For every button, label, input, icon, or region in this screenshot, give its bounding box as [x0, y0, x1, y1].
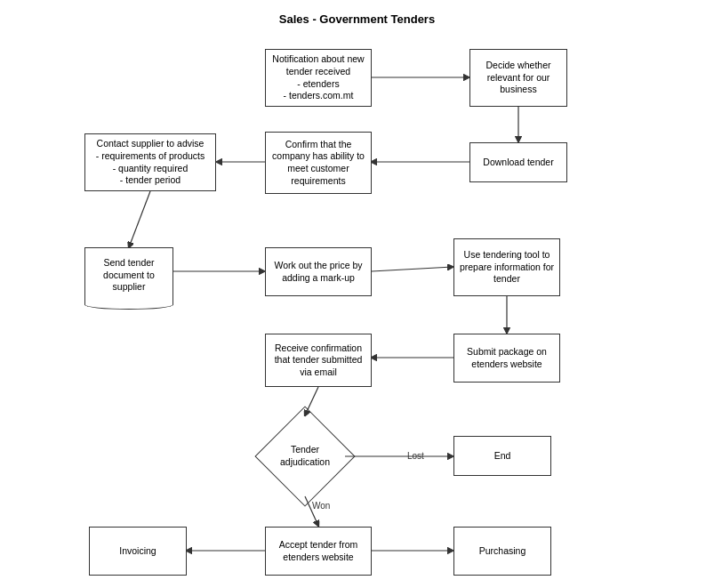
node-end: End [453, 436, 551, 476]
node-end-label: End [494, 450, 511, 463]
node-invoicing: Invoicing [89, 527, 187, 576]
node-notification: Notification about new tender received- … [265, 49, 372, 107]
node-use-tool-label: Use tendering tool to prepare informatio… [458, 249, 556, 286]
node-download-label: Download tender [483, 157, 553, 169]
node-receive: Receive confirmation that tender submitt… [265, 334, 372, 387]
node-contact-label: Contact supplier to advise- requirements… [96, 138, 205, 187]
node-download: Download tender [469, 142, 567, 182]
node-purchasing-label: Purchasing [479, 545, 526, 558]
node-invoicing-label: Invoicing [119, 545, 156, 558]
node-adjudication-label: Tenderadjudication [280, 444, 330, 468]
node-submit: Submit package on etenders website [453, 334, 560, 383]
node-confirm-label: Confirm that the company has ability to … [269, 139, 367, 188]
diagram: Sales - Government Tenders Notification … [0, 0, 714, 588]
node-confirm: Confirm that the company has ability to … [265, 132, 372, 194]
page-title: Sales - Government Tenders [0, 12, 714, 26]
svg-line-5 [129, 191, 150, 247]
node-receive-label: Receive confirmation that tender submitt… [269, 342, 367, 379]
node-work-out: Work out the price by adding a mark-up [265, 247, 372, 296]
label-lost: Lost [407, 451, 424, 461]
node-submit-label: Submit package on etenders website [458, 346, 556, 370]
svg-line-7 [372, 267, 453, 271]
node-purchasing: Purchasing [453, 527, 551, 576]
node-adjudication: Tenderadjudication [265, 416, 345, 496]
node-send-tender-label: Send tender document to supplier [89, 257, 169, 294]
node-use-tool: Use tendering tool to prepare informatio… [453, 238, 560, 296]
node-contact: Contact supplier to advise- requirements… [84, 133, 216, 191]
node-decide: Decide whether relevant for our business [469, 49, 567, 107]
node-notification-label: Notification about new tender received- … [269, 53, 367, 102]
node-decide-label: Decide whether relevant for our business [474, 60, 563, 96]
node-send-tender: Send tender document to supplier [84, 247, 173, 302]
node-work-out-label: Work out the price by adding a mark-up [269, 260, 367, 284]
label-won: Won [312, 501, 330, 511]
node-accept-label: Accept tender from etenders website [269, 539, 367, 563]
node-accept: Accept tender from etenders website [265, 527, 372, 576]
